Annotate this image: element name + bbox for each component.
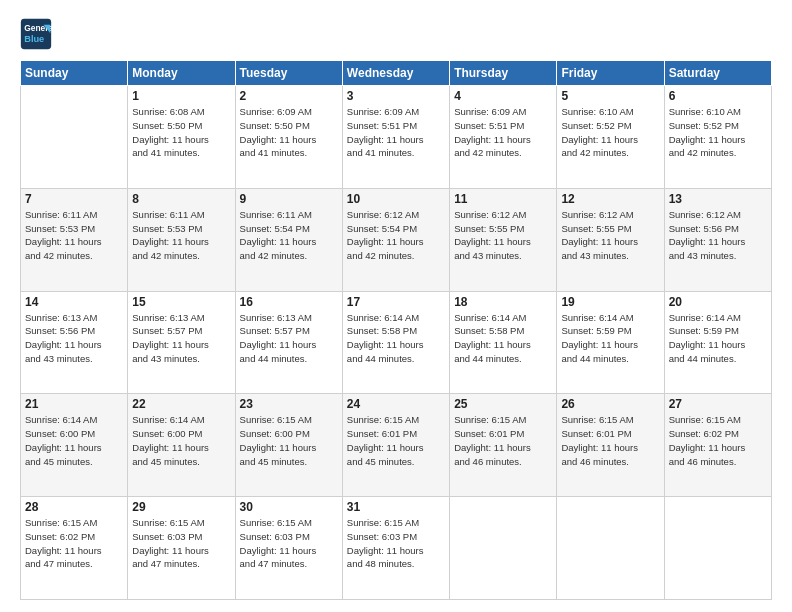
day-info: Sunrise: 6:09 AM Sunset: 5:50 PM Dayligh…: [240, 105, 338, 160]
day-number: 20: [669, 295, 767, 309]
weekday-header-tuesday: Tuesday: [235, 61, 342, 86]
day-number: 21: [25, 397, 123, 411]
calendar-cell: [21, 86, 128, 189]
calendar-table: SundayMondayTuesdayWednesdayThursdayFrid…: [20, 60, 772, 600]
calendar-cell: 18Sunrise: 6:14 AM Sunset: 5:58 PM Dayli…: [450, 291, 557, 394]
calendar-cell: 24Sunrise: 6:15 AM Sunset: 6:01 PM Dayli…: [342, 394, 449, 497]
calendar-cell: 4Sunrise: 6:09 AM Sunset: 5:51 PM Daylig…: [450, 86, 557, 189]
day-info: Sunrise: 6:11 AM Sunset: 5:53 PM Dayligh…: [132, 208, 230, 263]
day-number: 26: [561, 397, 659, 411]
day-info: Sunrise: 6:12 AM Sunset: 5:55 PM Dayligh…: [454, 208, 552, 263]
weekday-header-thursday: Thursday: [450, 61, 557, 86]
day-number: 29: [132, 500, 230, 514]
day-number: 1: [132, 89, 230, 103]
weekday-header-row: SundayMondayTuesdayWednesdayThursdayFrid…: [21, 61, 772, 86]
calendar-cell: 9Sunrise: 6:11 AM Sunset: 5:54 PM Daylig…: [235, 188, 342, 291]
day-info: Sunrise: 6:09 AM Sunset: 5:51 PM Dayligh…: [347, 105, 445, 160]
day-number: 6: [669, 89, 767, 103]
calendar-cell: 20Sunrise: 6:14 AM Sunset: 5:59 PM Dayli…: [664, 291, 771, 394]
day-info: Sunrise: 6:11 AM Sunset: 5:53 PM Dayligh…: [25, 208, 123, 263]
day-number: 16: [240, 295, 338, 309]
day-number: 2: [240, 89, 338, 103]
day-number: 23: [240, 397, 338, 411]
day-info: Sunrise: 6:15 AM Sunset: 6:01 PM Dayligh…: [454, 413, 552, 468]
weekday-header-monday: Monday: [128, 61, 235, 86]
day-number: 22: [132, 397, 230, 411]
day-info: Sunrise: 6:15 AM Sunset: 6:01 PM Dayligh…: [347, 413, 445, 468]
page: General Blue SundayMondayTuesdayWednesda…: [0, 0, 792, 612]
calendar-cell: 25Sunrise: 6:15 AM Sunset: 6:01 PM Dayli…: [450, 394, 557, 497]
calendar-cell: 7Sunrise: 6:11 AM Sunset: 5:53 PM Daylig…: [21, 188, 128, 291]
day-number: 25: [454, 397, 552, 411]
day-info: Sunrise: 6:12 AM Sunset: 5:55 PM Dayligh…: [561, 208, 659, 263]
day-number: 9: [240, 192, 338, 206]
calendar-cell: 21Sunrise: 6:14 AM Sunset: 6:00 PM Dayli…: [21, 394, 128, 497]
calendar-cell: 14Sunrise: 6:13 AM Sunset: 5:56 PM Dayli…: [21, 291, 128, 394]
day-info: Sunrise: 6:15 AM Sunset: 6:01 PM Dayligh…: [561, 413, 659, 468]
day-info: Sunrise: 6:15 AM Sunset: 6:03 PM Dayligh…: [347, 516, 445, 571]
logo-icon: General Blue: [20, 18, 52, 50]
calendar-cell: 17Sunrise: 6:14 AM Sunset: 5:58 PM Dayli…: [342, 291, 449, 394]
calendar-cell: 31Sunrise: 6:15 AM Sunset: 6:03 PM Dayli…: [342, 497, 449, 600]
header: General Blue: [20, 18, 772, 50]
day-number: 17: [347, 295, 445, 309]
calendar-cell: 26Sunrise: 6:15 AM Sunset: 6:01 PM Dayli…: [557, 394, 664, 497]
day-number: 24: [347, 397, 445, 411]
day-info: Sunrise: 6:10 AM Sunset: 5:52 PM Dayligh…: [561, 105, 659, 160]
day-number: 7: [25, 192, 123, 206]
day-info: Sunrise: 6:14 AM Sunset: 5:58 PM Dayligh…: [347, 311, 445, 366]
calendar-cell: 22Sunrise: 6:14 AM Sunset: 6:00 PM Dayli…: [128, 394, 235, 497]
logo: General Blue: [20, 18, 56, 50]
day-number: 3: [347, 89, 445, 103]
week-row-4: 21Sunrise: 6:14 AM Sunset: 6:00 PM Dayli…: [21, 394, 772, 497]
calendar-cell: 15Sunrise: 6:13 AM Sunset: 5:57 PM Dayli…: [128, 291, 235, 394]
weekday-header-wednesday: Wednesday: [342, 61, 449, 86]
day-info: Sunrise: 6:10 AM Sunset: 5:52 PM Dayligh…: [669, 105, 767, 160]
calendar-cell: 11Sunrise: 6:12 AM Sunset: 5:55 PM Dayli…: [450, 188, 557, 291]
day-number: 18: [454, 295, 552, 309]
week-row-5: 28Sunrise: 6:15 AM Sunset: 6:02 PM Dayli…: [21, 497, 772, 600]
calendar-cell: 6Sunrise: 6:10 AM Sunset: 5:52 PM Daylig…: [664, 86, 771, 189]
calendar-cell: 28Sunrise: 6:15 AM Sunset: 6:02 PM Dayli…: [21, 497, 128, 600]
calendar-cell: 1Sunrise: 6:08 AM Sunset: 5:50 PM Daylig…: [128, 86, 235, 189]
day-number: 11: [454, 192, 552, 206]
day-number: 10: [347, 192, 445, 206]
calendar-cell: 2Sunrise: 6:09 AM Sunset: 5:50 PM Daylig…: [235, 86, 342, 189]
day-info: Sunrise: 6:14 AM Sunset: 6:00 PM Dayligh…: [25, 413, 123, 468]
calendar-cell: 19Sunrise: 6:14 AM Sunset: 5:59 PM Dayli…: [557, 291, 664, 394]
calendar-cell: 10Sunrise: 6:12 AM Sunset: 5:54 PM Dayli…: [342, 188, 449, 291]
day-info: Sunrise: 6:15 AM Sunset: 6:00 PM Dayligh…: [240, 413, 338, 468]
day-number: 14: [25, 295, 123, 309]
day-info: Sunrise: 6:08 AM Sunset: 5:50 PM Dayligh…: [132, 105, 230, 160]
calendar-cell: 23Sunrise: 6:15 AM Sunset: 6:00 PM Dayli…: [235, 394, 342, 497]
day-info: Sunrise: 6:12 AM Sunset: 5:56 PM Dayligh…: [669, 208, 767, 263]
calendar-cell: 5Sunrise: 6:10 AM Sunset: 5:52 PM Daylig…: [557, 86, 664, 189]
calendar-cell: [450, 497, 557, 600]
day-info: Sunrise: 6:13 AM Sunset: 5:57 PM Dayligh…: [240, 311, 338, 366]
week-row-1: 1Sunrise: 6:08 AM Sunset: 5:50 PM Daylig…: [21, 86, 772, 189]
day-info: Sunrise: 6:09 AM Sunset: 5:51 PM Dayligh…: [454, 105, 552, 160]
day-number: 15: [132, 295, 230, 309]
day-number: 30: [240, 500, 338, 514]
calendar-cell: [557, 497, 664, 600]
calendar-cell: 12Sunrise: 6:12 AM Sunset: 5:55 PM Dayli…: [557, 188, 664, 291]
weekday-header-saturday: Saturday: [664, 61, 771, 86]
svg-text:Blue: Blue: [24, 34, 44, 44]
day-info: Sunrise: 6:11 AM Sunset: 5:54 PM Dayligh…: [240, 208, 338, 263]
day-number: 4: [454, 89, 552, 103]
day-info: Sunrise: 6:13 AM Sunset: 5:57 PM Dayligh…: [132, 311, 230, 366]
day-info: Sunrise: 6:12 AM Sunset: 5:54 PM Dayligh…: [347, 208, 445, 263]
weekday-header-sunday: Sunday: [21, 61, 128, 86]
calendar-cell: 27Sunrise: 6:15 AM Sunset: 6:02 PM Dayli…: [664, 394, 771, 497]
day-number: 5: [561, 89, 659, 103]
day-info: Sunrise: 6:14 AM Sunset: 5:58 PM Dayligh…: [454, 311, 552, 366]
day-info: Sunrise: 6:13 AM Sunset: 5:56 PM Dayligh…: [25, 311, 123, 366]
day-info: Sunrise: 6:15 AM Sunset: 6:02 PM Dayligh…: [25, 516, 123, 571]
day-number: 19: [561, 295, 659, 309]
calendar-cell: 3Sunrise: 6:09 AM Sunset: 5:51 PM Daylig…: [342, 86, 449, 189]
day-number: 12: [561, 192, 659, 206]
day-info: Sunrise: 6:14 AM Sunset: 5:59 PM Dayligh…: [669, 311, 767, 366]
day-number: 13: [669, 192, 767, 206]
weekday-header-friday: Friday: [557, 61, 664, 86]
day-info: Sunrise: 6:15 AM Sunset: 6:03 PM Dayligh…: [240, 516, 338, 571]
